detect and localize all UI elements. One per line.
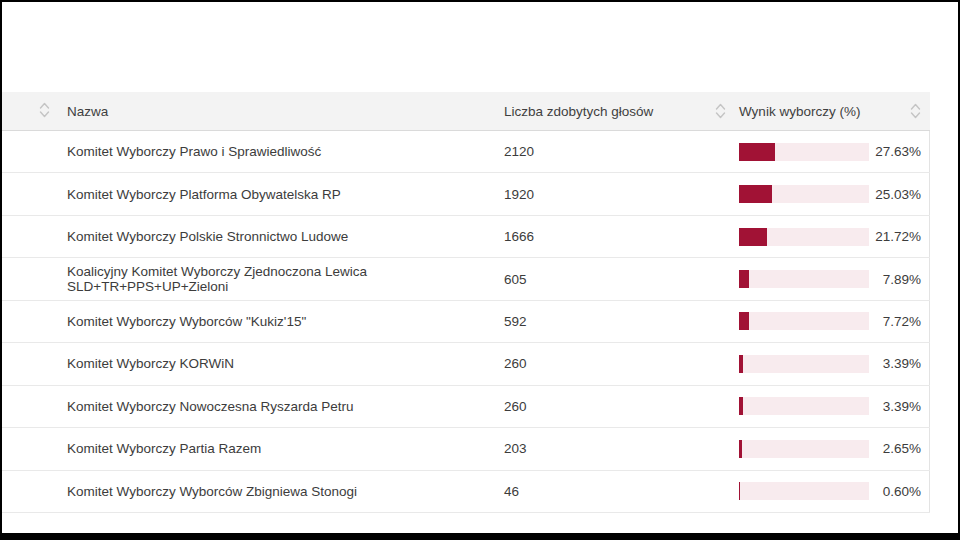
row-name: Koalicyjny Komitet Wyborczy Zjednoczona … [65, 264, 502, 294]
result-bar-track [739, 228, 869, 246]
header-name-label: Nazwa [67, 104, 108, 119]
table-header-row: Nazwa Liczba zdobytych głosów Wynik wybo… [2, 92, 930, 131]
row-result-cell: 27.63% [735, 131, 930, 172]
result-bar-track [739, 312, 869, 330]
row-result-cell: 25.03% [735, 173, 930, 214]
result-bar-fill [739, 440, 742, 458]
row-votes: 203 [502, 441, 735, 456]
row-name: Komitet Wyborczy Polskie Stronnictwo Lud… [65, 229, 502, 244]
header-cell-result[interactable]: Wynik wyborczy (%) [735, 102, 930, 120]
row-result-cell: 7.89% [735, 258, 930, 299]
row-result-cell: 0.60% [735, 471, 930, 512]
row-percent: 25.03% [869, 187, 929, 202]
row-votes: 260 [502, 399, 735, 414]
table-row: Komitet Wyborczy Polskie Stronnictwo Lud… [2, 216, 930, 258]
row-percent: 3.39% [869, 399, 929, 414]
sort-icon[interactable] [38, 101, 51, 119]
row-percent: 27.63% [869, 144, 929, 159]
row-percent: 7.89% [869, 272, 929, 287]
sort-icon[interactable] [909, 102, 922, 120]
result-bar-fill [739, 482, 740, 500]
row-name: Komitet Wyborczy Prawo i Sprawiedliwość [65, 144, 502, 159]
row-percent: 3.39% [869, 356, 929, 371]
row-votes: 46 [502, 484, 735, 499]
header-votes-label: Liczba zdobytych głosów [504, 104, 653, 119]
row-result-cell: 2.65% [735, 428, 930, 469]
row-votes: 592 [502, 314, 735, 329]
sort-icon[interactable] [714, 102, 727, 120]
row-percent: 21.72% [869, 229, 929, 244]
result-bar-fill [739, 143, 775, 161]
table-row: Komitet Wyborczy Platforma Obywatelska R… [2, 173, 930, 215]
table-row: Koalicyjny Komitet Wyborczy Zjednoczona … [2, 258, 930, 300]
row-name: Komitet Wyborczy Nowoczesna Ryszarda Pet… [65, 399, 502, 414]
row-name: Komitet Wyborczy Platforma Obywatelska R… [65, 187, 502, 202]
table-body: Komitet Wyborczy Prawo i Sprawiedliwość … [2, 131, 930, 513]
row-votes: 260 [502, 356, 735, 371]
row-percent: 0.60% [869, 484, 929, 499]
row-result-cell: 7.72% [735, 301, 930, 342]
table-row: Komitet Wyborczy Nowoczesna Ryszarda Pet… [2, 386, 930, 428]
header-cell-votes[interactable]: Liczba zdobytych głosów [502, 102, 735, 120]
row-name: Komitet Wyborczy KORWiN [65, 356, 502, 371]
result-bar-track [739, 397, 869, 415]
result-bar-track [739, 143, 869, 161]
row-name: Komitet Wyborczy Wyborców "Kukiz'15" [65, 314, 502, 329]
result-bar-fill [739, 185, 772, 203]
row-name: Komitet Wyborczy Wyborców Zbigniewa Ston… [65, 484, 502, 499]
row-votes: 1920 [502, 187, 735, 202]
row-votes: 605 [502, 272, 735, 287]
row-name: Komitet Wyborczy Partia Razem [65, 441, 502, 456]
header-result-label: Wynik wyborczy (%) [739, 104, 860, 119]
header-cell-sort [2, 101, 65, 122]
table-row: Komitet Wyborczy Wyborców Zbigniewa Ston… [2, 471, 930, 513]
row-percent: 7.72% [869, 314, 929, 329]
result-bar-track [739, 440, 869, 458]
table-row: Komitet Wyborczy Wyborców "Kukiz'15" 592… [2, 301, 930, 343]
result-bar-track [739, 355, 869, 373]
result-bar-track [739, 270, 869, 288]
row-votes: 2120 [502, 144, 735, 159]
row-result-cell: 3.39% [735, 343, 930, 384]
result-bar-fill [739, 312, 749, 330]
row-result-cell: 21.72% [735, 216, 930, 257]
result-bar-track [739, 185, 869, 203]
row-result-cell: 3.39% [735, 386, 930, 427]
header-cell-name[interactable]: Nazwa [65, 104, 502, 119]
table-row: Komitet Wyborczy Partia Razem 203 2.65% [2, 428, 930, 470]
result-bar-fill [739, 397, 743, 415]
result-bar-track [739, 482, 869, 500]
row-votes: 1666 [502, 229, 735, 244]
table-row: Komitet Wyborczy KORWiN 260 3.39% [2, 343, 930, 385]
election-results-table: Nazwa Liczba zdobytych głosów Wynik wybo… [2, 92, 930, 513]
table-row: Komitet Wyborczy Prawo i Sprawiedliwość … [2, 131, 930, 173]
result-bar-fill [739, 355, 743, 373]
result-bar-fill [739, 270, 749, 288]
row-percent: 2.65% [869, 441, 929, 456]
result-bar-fill [739, 228, 767, 246]
